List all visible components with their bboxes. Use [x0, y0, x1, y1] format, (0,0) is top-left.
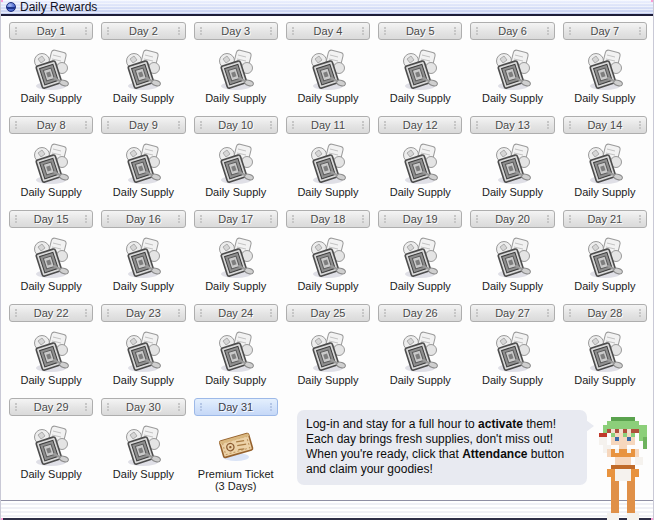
daily-supply-icon[interactable]: [121, 424, 165, 468]
npc-attendant-sprite[interactable]: [591, 417, 654, 520]
daily-supply-icon[interactable]: [398, 330, 442, 374]
day-button[interactable]: Day 23: [101, 304, 185, 322]
daily-supply-icon[interactable]: [121, 236, 165, 280]
daily-supply-icon[interactable]: [29, 48, 73, 92]
button-dots-right: [178, 309, 180, 317]
day-button[interactable]: Day 31: [194, 398, 278, 416]
day-button[interactable]: Day 28: [563, 304, 647, 322]
daily-supply-icon[interactable]: [583, 236, 627, 280]
day-button[interactable]: Day 30: [101, 398, 185, 416]
daily-supply-icon[interactable]: [214, 142, 258, 186]
daily-supply-icon[interactable]: [491, 330, 535, 374]
day-cell: Day 31 Premium Ticket(3 Days): [194, 398, 278, 492]
day-button[interactable]: Day 22: [9, 304, 93, 322]
day-button[interactable]: Day 9: [101, 116, 185, 134]
daily-supply-icon[interactable]: [121, 330, 165, 374]
daily-supply-icon[interactable]: [491, 48, 535, 92]
corner-pixel: [1, 0, 3, 2]
daily-supply-icon[interactable]: [306, 48, 350, 92]
daily-supply-icon[interactable]: [583, 330, 627, 374]
daily-supply-icon[interactable]: [398, 48, 442, 92]
reward-label: Daily Supply: [113, 468, 174, 480]
daily-supply-icon[interactable]: [214, 330, 258, 374]
button-dots-right: [178, 403, 180, 411]
day-button[interactable]: Day 27: [470, 304, 554, 322]
daily-supply-icon[interactable]: [306, 236, 350, 280]
window-bottom-bar: [1, 500, 653, 520]
button-dots-right: [454, 27, 456, 35]
day-button-label: Day 2: [109, 25, 177, 37]
daily-supply-icon[interactable]: [491, 236, 535, 280]
daily-supply-icon[interactable]: [306, 330, 350, 374]
day-button[interactable]: Day 2: [101, 22, 185, 40]
day-button[interactable]: Day 8: [9, 116, 93, 134]
day-button[interactable]: Day 29: [9, 398, 93, 416]
day-button-label: Day 27: [478, 307, 546, 319]
day-button[interactable]: Day 5: [378, 22, 462, 40]
reward-label: Daily Supply: [297, 374, 358, 386]
daily-supply-icon[interactable]: [398, 142, 442, 186]
day-button[interactable]: Day 10: [194, 116, 278, 134]
button-dots-right: [454, 215, 456, 223]
button-dots-right: [547, 27, 549, 35]
titlebar[interactable]: Daily Rewards: [1, 0, 653, 16]
daily-supply-icon[interactable]: [121, 48, 165, 92]
daily-supply-icon[interactable]: [583, 142, 627, 186]
day-button[interactable]: Day 13: [470, 116, 554, 134]
daily-supply-icon[interactable]: [214, 236, 258, 280]
reward-label: Daily Supply: [390, 92, 451, 104]
day-button-label: Day 18: [294, 213, 362, 225]
button-dots-right: [270, 27, 272, 35]
day-button-label: Day 22: [17, 307, 85, 319]
day-button[interactable]: Day 1: [9, 22, 93, 40]
reward-label: Daily Supply: [113, 186, 174, 198]
daily-supply-icon[interactable]: [398, 236, 442, 280]
daily-supply-icon[interactable]: [306, 142, 350, 186]
button-dots-right: [362, 121, 364, 129]
daily-supply-icon[interactable]: [583, 48, 627, 92]
day-button[interactable]: Day 14: [563, 116, 647, 134]
reward-label: Daily Supply: [21, 468, 82, 480]
daily-supply-icon[interactable]: [214, 48, 258, 92]
day-button[interactable]: Day 16: [101, 210, 185, 228]
day-button[interactable]: Day 6: [470, 22, 554, 40]
day-cell: Day 9 Daily Supply: [101, 116, 185, 210]
day-button-label: Day 9: [109, 119, 177, 131]
day-cell: Day 4 Daily Supply: [286, 22, 370, 116]
button-dots-right: [178, 27, 180, 35]
button-dots-right: [85, 27, 87, 35]
day-button[interactable]: Day 11: [286, 116, 370, 134]
day-button-label: Day 16: [109, 213, 177, 225]
day-button[interactable]: Day 21: [563, 210, 647, 228]
day-button[interactable]: Day 25: [286, 304, 370, 322]
day-button[interactable]: Day 3: [194, 22, 278, 40]
reward-label: Daily Supply: [297, 280, 358, 292]
day-button[interactable]: Day 24: [194, 304, 278, 322]
daily-supply-icon[interactable]: [29, 330, 73, 374]
day-button-label: Day 6: [478, 25, 546, 37]
day-button[interactable]: Day 19: [378, 210, 462, 228]
daily-supply-icon[interactable]: [491, 142, 535, 186]
daily-supply-icon[interactable]: [29, 424, 73, 468]
day-button[interactable]: Day 7: [563, 22, 647, 40]
day-button[interactable]: Day 26: [378, 304, 462, 322]
day-button-label: Day 17: [202, 213, 270, 225]
reward-label: Daily Supply: [205, 92, 266, 104]
daily-supply-icon[interactable]: [121, 142, 165, 186]
day-button[interactable]: Day 12: [378, 116, 462, 134]
premium-ticket-icon[interactable]: [214, 424, 258, 468]
day-button[interactable]: Day 4: [286, 22, 370, 40]
daily-supply-icon[interactable]: [29, 236, 73, 280]
window-orb-icon[interactable]: [6, 2, 16, 12]
day-cell: Day 7 Daily Supply: [563, 22, 647, 116]
button-dots-right: [270, 121, 272, 129]
day-button[interactable]: Day 20: [470, 210, 554, 228]
day-button[interactable]: Day 17: [194, 210, 278, 228]
day-cell: Day 28 Daily Supply: [563, 304, 647, 398]
day-cell: Day 22 Daily Supply: [9, 304, 93, 398]
daily-supply-icon[interactable]: [29, 142, 73, 186]
day-button[interactable]: Day 15: [9, 210, 93, 228]
button-dots-right: [639, 121, 641, 129]
day-cell: Day 24 Daily Supply: [194, 304, 278, 398]
day-button[interactable]: Day 18: [286, 210, 370, 228]
